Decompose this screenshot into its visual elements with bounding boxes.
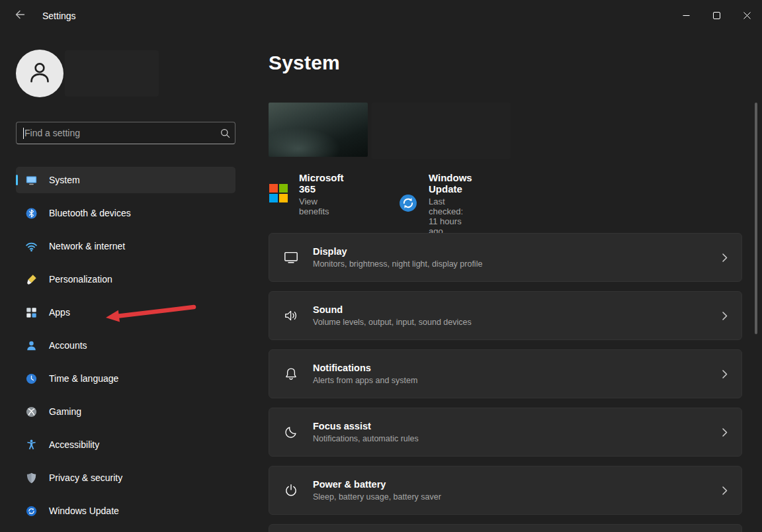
avatar[interactable] (16, 50, 64, 97)
row-subtitle: Notifications, automatic rules (313, 434, 708, 443)
sidebar-item-label: Personalization (49, 274, 112, 285)
sound-icon (282, 307, 300, 324)
row-title: Display (313, 246, 708, 257)
settings-row-sound[interactable]: Sound Volume levels, output, input, soun… (269, 291, 742, 340)
settings-rows: Display Monitors, brightness, night ligh… (269, 233, 742, 532)
text-caret (23, 128, 24, 139)
chevron-right-icon (722, 486, 728, 495)
search-input[interactable] (17, 128, 215, 138)
sidebar-item-apps[interactable]: Apps (16, 299, 235, 326)
device-info-placeholder (372, 103, 511, 159)
scrollbar[interactable] (755, 103, 757, 334)
settings-row-display[interactable]: Display Monitors, brightness, night ligh… (269, 233, 742, 282)
page-title: System (269, 52, 340, 74)
sidebar-item-bluetooth-devices[interactable]: Bluetooth & devices (16, 200, 235, 226)
sidebar-item-accessibility[interactable]: Accessibility (16, 431, 235, 458)
profile-name-placeholder (65, 50, 159, 97)
wallpaper-thumbnail (269, 103, 368, 157)
sidebar-item-system[interactable]: System (16, 167, 235, 193)
sidebar-item-label: Bluetooth & devices (49, 208, 131, 218)
app-title: Settings (42, 11, 76, 21)
maximize-icon (713, 10, 720, 22)
promo-card-subtitle: Last checked: 11 hours ago (429, 197, 472, 236)
back-button[interactable] (7, 5, 33, 27)
shield-icon (25, 472, 38, 484)
selection-indicator (16, 175, 18, 185)
monitor-icon (25, 174, 38, 187)
sidebar: System Bluetooth & devices Network & int… (0, 32, 251, 532)
moon-icon (282, 423, 300, 441)
power-icon (282, 482, 300, 499)
update-icon (25, 505, 38, 517)
person-icon (25, 339, 38, 352)
sidebar-item-time-language[interactable]: Time & language (16, 365, 235, 392)
microsoft-365-icon (269, 183, 288, 206)
promo-card-title: Microsoft 365 (299, 172, 344, 195)
person-silhouette-icon (26, 59, 53, 88)
sidebar-item-windows-update[interactable]: Windows Update (16, 498, 235, 524)
chevron-right-icon (722, 312, 728, 320)
back-arrow-icon (15, 9, 25, 22)
search-icon (215, 128, 235, 138)
chevron-right-icon (722, 428, 728, 437)
settings-row-partial[interactable] (269, 524, 742, 532)
row-title: Sound (313, 304, 708, 315)
sidebar-item-label: Network & internet (49, 241, 125, 251)
sidebar-item-personalization[interactable]: Personalization (16, 266, 235, 292)
windows-update-card[interactable]: Windows Update Last checked: 11 hours ag… (398, 172, 472, 236)
sidebar-item-network-internet[interactable]: Network & internet (16, 233, 235, 259)
sidebar-item-label: Time & language (49, 373, 118, 384)
row-subtitle: Alerts from apps and system (313, 376, 708, 385)
sidebar-item-label: Privacy & security (49, 472, 122, 483)
bluetooth-icon (25, 207, 38, 220)
display-icon (282, 249, 300, 266)
window-controls (671, 0, 762, 32)
maximize-button[interactable] (701, 0, 732, 32)
sidebar-item-privacy-security[interactable]: Privacy & security (16, 465, 235, 491)
sidebar-item-label: Apps (49, 307, 70, 318)
windows-update-icon (398, 193, 418, 216)
settings-row-power-battery[interactable]: Power & battery Sleep, battery usage, ba… (269, 466, 742, 515)
sidebar-item-label: Windows Update (49, 506, 119, 516)
bell-icon (282, 365, 300, 382)
sidebar-item-label: Gaming (49, 406, 81, 417)
wifi-icon (25, 240, 38, 253)
sidebar-item-label: Accessibility (49, 439, 99, 450)
promo-card-title: Windows Update (429, 172, 472, 195)
row-subtitle: Monitors, brightness, night light, displ… (313, 259, 708, 269)
chevron-right-icon (722, 370, 728, 378)
sidebar-item-label: Accounts (49, 340, 87, 351)
microsoft-365-card[interactable]: Microsoft 365 View benefits (269, 172, 344, 216)
apps-grid-icon (25, 306, 38, 319)
minimize-button[interactable] (671, 0, 701, 32)
chevron-right-icon (722, 253, 728, 262)
minimize-icon (683, 10, 690, 22)
sidebar-nav: System Bluetooth & devices Network & int… (16, 167, 235, 531)
accessibility-icon (25, 439, 38, 451)
xbox-icon (25, 406, 38, 418)
settings-row-focus-assist[interactable]: Focus assist Notifications, automatic ru… (269, 408, 742, 457)
row-title: Power & battery (313, 479, 708, 490)
search-box (16, 122, 235, 144)
paintbrush-icon (25, 273, 38, 286)
close-icon (743, 10, 751, 22)
sidebar-item-accounts[interactable]: Accounts (16, 332, 235, 359)
row-title: Focus assist (313, 421, 708, 431)
sidebar-item-gaming[interactable]: Gaming (16, 398, 235, 425)
sidebar-item-label: System (49, 175, 80, 185)
close-button[interactable] (732, 0, 762, 32)
settings-row-notifications[interactable]: Notifications Alerts from apps and syste… (269, 349, 742, 398)
row-subtitle: Volume levels, output, input, sound devi… (313, 318, 708, 327)
promo-card-subtitle[interactable]: View benefits (299, 197, 344, 216)
row-subtitle: Sleep, battery usage, battery saver (313, 492, 708, 502)
clock-icon (25, 373, 38, 385)
titlebar: Settings (0, 0, 762, 32)
main-content: System Microsoft 365 View benefits Windo… (269, 32, 762, 532)
row-title: Notifications (313, 363, 708, 373)
